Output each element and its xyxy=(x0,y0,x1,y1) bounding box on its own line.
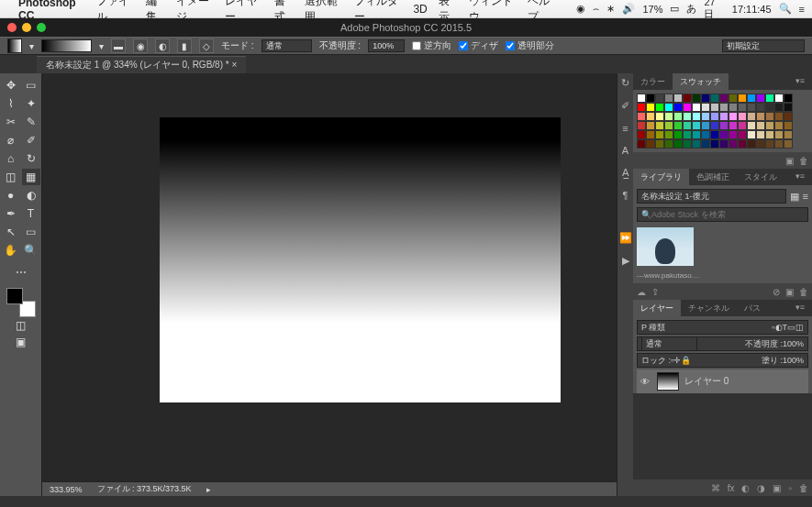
battery-icon[interactable]: ▭ xyxy=(670,3,679,15)
angle-gradient-button[interactable]: ◐ xyxy=(155,39,170,53)
swatch[interactable] xyxy=(673,139,683,149)
swatch[interactable] xyxy=(701,94,710,103)
visibility-icon[interactable]: 👁 xyxy=(640,377,651,387)
reflected-gradient-button[interactable]: ▮ xyxy=(177,39,192,53)
library-select[interactable]: 名称未設定 1-復元 xyxy=(637,189,786,204)
swatch[interactable] xyxy=(646,103,655,112)
swatch[interactable] xyxy=(738,94,747,103)
swatch[interactable] xyxy=(738,130,747,139)
tab-adjustments[interactable]: 色調補正 xyxy=(689,169,737,185)
paragraph-panel-icon[interactable]: ≡ xyxy=(622,123,628,134)
new-item-icon[interactable]: ▣ xyxy=(785,287,794,297)
character-panel-icon[interactable]: A xyxy=(622,145,628,156)
swatch[interactable] xyxy=(655,139,664,149)
eraser-tool[interactable]: ◫ xyxy=(2,169,20,185)
swatch[interactable] xyxy=(683,112,692,121)
swatch[interactable] xyxy=(664,121,673,130)
brush-tool[interactable]: ✐ xyxy=(22,132,40,149)
brush-panel-icon[interactable]: ✐ xyxy=(621,100,629,112)
swatch[interactable] xyxy=(774,121,784,130)
layer-opacity-value[interactable]: 100% xyxy=(783,339,804,348)
layer-fx-icon[interactable]: fx xyxy=(728,483,735,493)
swatch[interactable] xyxy=(765,139,774,149)
pen-tool[interactable]: ✒ xyxy=(2,205,20,222)
chevron-down-icon[interactable]: ▾ xyxy=(99,41,104,51)
transparency-checkbox[interactable]: 透明部分 xyxy=(506,39,554,52)
maximize-window-button[interactable] xyxy=(37,23,46,32)
swatch[interactable] xyxy=(710,121,719,130)
swatch[interactable] xyxy=(673,121,683,130)
tab-swatches[interactable]: スウォッチ xyxy=(673,73,729,90)
swatch[interactable] xyxy=(784,103,793,112)
swatch[interactable] xyxy=(756,121,765,130)
close-window-button[interactable] xyxy=(7,23,17,32)
swatch[interactable] xyxy=(637,103,646,112)
link-icon[interactable]: ⊘ xyxy=(773,287,780,297)
crop-tool[interactable]: ✂ xyxy=(2,114,20,130)
volume-icon[interactable]: 🔊 xyxy=(622,3,635,15)
swatch[interactable] xyxy=(747,94,756,103)
dither-checkbox[interactable]: ディザ xyxy=(459,39,498,52)
swatch[interactable] xyxy=(655,112,664,121)
new-layer-icon[interactable]: ▫ xyxy=(788,483,792,493)
swatch[interactable] xyxy=(765,112,774,121)
spotlight-icon[interactable]: 🔍 xyxy=(779,3,792,15)
swatch[interactable] xyxy=(765,121,774,130)
new-swatch-icon[interactable]: ▣ xyxy=(785,156,794,166)
swatch[interactable] xyxy=(784,130,793,139)
menu-3d[interactable]: 3D xyxy=(413,3,427,16)
swatch[interactable] xyxy=(747,130,756,139)
wand-tool[interactable]: ✦ xyxy=(22,95,40,112)
swatch[interactable] xyxy=(655,94,664,103)
swatch[interactable] xyxy=(683,139,692,149)
share-icon[interactable]: ⇪ xyxy=(651,287,659,297)
delete-item-icon[interactable]: 🗑 xyxy=(799,287,808,297)
layer-item[interactable]: 👁 レイヤー 0 xyxy=(637,369,808,393)
swatch[interactable] xyxy=(637,112,646,121)
swatch[interactable] xyxy=(673,94,683,103)
swatch[interactable] xyxy=(637,130,646,139)
swatch[interactable] xyxy=(655,121,664,130)
layer-thumbnail[interactable] xyxy=(657,372,679,391)
swatch[interactable] xyxy=(747,139,756,149)
filter-adjustment-icon[interactable]: ◐ xyxy=(775,323,783,332)
opacity-input[interactable]: 100% xyxy=(368,39,405,52)
swatch[interactable] xyxy=(673,112,683,121)
adjustment-layer-icon[interactable]: ◑ xyxy=(757,483,765,493)
tab-layers[interactable]: レイヤー xyxy=(633,300,681,316)
cc-icon[interactable]: ◉ xyxy=(576,3,585,15)
swatch[interactable] xyxy=(701,130,710,139)
history-brush-tool[interactable]: ↻ xyxy=(22,150,40,167)
swatch[interactable] xyxy=(701,121,710,130)
history-panel-icon[interactable]: ↻ xyxy=(621,77,629,89)
swatch[interactable] xyxy=(646,112,655,121)
edit-toolbar-button[interactable]: ⋯ xyxy=(12,264,30,281)
lock-position-icon[interactable]: ✛ xyxy=(673,356,681,365)
canvas-area[interactable]: 333.95% ファイル : 373.5K/373.5K ▸ xyxy=(42,73,617,496)
swatch[interactable] xyxy=(710,94,719,103)
swatch[interactable] xyxy=(683,94,692,103)
swatch[interactable] xyxy=(692,94,701,103)
swatch[interactable] xyxy=(774,103,784,112)
swatch[interactable] xyxy=(646,121,655,130)
blur-tool[interactable]: ● xyxy=(2,187,20,204)
zoom-level[interactable]: 333.95% xyxy=(50,485,83,494)
tab-paths[interactable]: パス xyxy=(737,300,768,316)
file-info[interactable]: ファイル : 373.5K/373.5K xyxy=(97,483,192,495)
filter-smart-icon[interactable]: ◫ xyxy=(795,323,804,332)
wifi-icon[interactable]: ⌢ xyxy=(593,3,599,15)
swatch[interactable] xyxy=(655,130,664,139)
panel-menu-icon[interactable]: ▾≡ xyxy=(788,169,812,185)
swatch[interactable] xyxy=(683,103,692,112)
swatch[interactable] xyxy=(729,112,738,121)
chevron-right-icon[interactable]: ▸ xyxy=(206,485,211,494)
lock-all-icon[interactable]: 🔒 xyxy=(681,356,691,365)
stamp-tool[interactable]: ⌂ xyxy=(2,150,20,167)
quickmask-button[interactable]: ◫ xyxy=(12,317,30,334)
move-tool[interactable]: ✥ xyxy=(2,77,20,94)
swatch[interactable] xyxy=(646,94,655,103)
swatch[interactable] xyxy=(664,103,673,112)
swatch[interactable] xyxy=(701,112,710,121)
blend-mode-select[interactable]: 通常 xyxy=(261,39,312,52)
foreground-color[interactable] xyxy=(6,288,23,304)
